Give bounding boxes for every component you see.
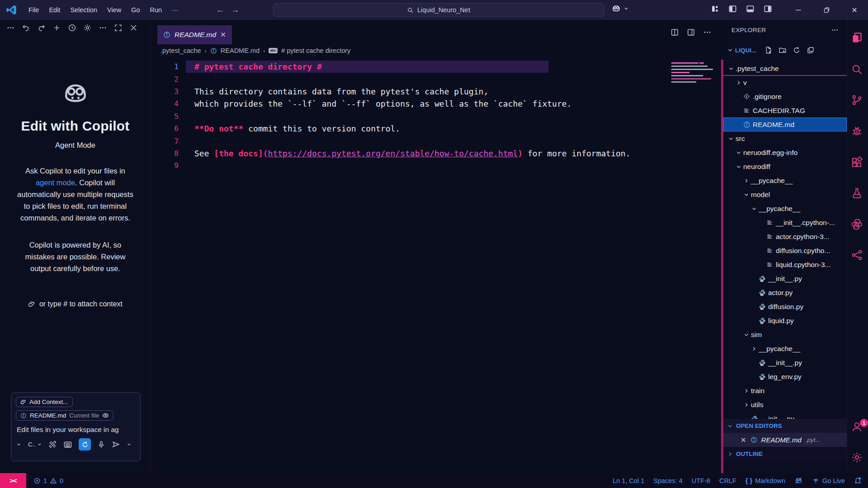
mcp-servers-icon[interactable] bbox=[63, 440, 72, 449]
code-area[interactable]: 1# pytest cache directory #23This direct… bbox=[151, 61, 723, 172]
minimap[interactable] bbox=[670, 61, 715, 93]
menu-[interactable]: ··· bbox=[167, 4, 184, 16]
more-actions-icon[interactable] bbox=[831, 26, 839, 34]
status-copilot-blocked[interactable] bbox=[794, 476, 803, 485]
menu-file[interactable]: File bbox=[24, 4, 44, 16]
tree-item-__init__.cpython-...[interactable]: __init__.cpython-... bbox=[723, 216, 847, 230]
workspace-section-header[interactable]: LIQUI... bbox=[727, 43, 843, 57]
command-center-search[interactable]: Liquid_Neuro_Net bbox=[273, 3, 604, 17]
more-actions-icon[interactable] bbox=[99, 23, 107, 32]
breadcrumb-symbol[interactable]: # pytest cache directory bbox=[281, 47, 350, 54]
tree-item-CACHEDIR.TAG[interactable]: CACHEDIR.TAG bbox=[723, 103, 847, 117]
more-actions-icon[interactable] bbox=[6, 23, 15, 32]
chevron-down-icon[interactable] bbox=[127, 442, 132, 447]
send-icon[interactable] bbox=[112, 440, 120, 449]
copilot-menu-button[interactable] bbox=[611, 4, 629, 14]
new-session-icon[interactable] bbox=[52, 23, 61, 32]
restore-button[interactable] bbox=[812, 0, 840, 20]
tree-item-__pycache__[interactable]: __pycache__ bbox=[723, 202, 847, 216]
add-context-button[interactable]: Add Context... bbox=[16, 397, 73, 407]
breadcrumb[interactable]: .pytest_cache › README.md › abc # pytest… bbox=[160, 47, 350, 54]
agent-mode-link[interactable]: agent mode bbox=[36, 178, 75, 187]
search-icon[interactable] bbox=[851, 63, 865, 77]
tab-readme[interactable]: README.md ✕ bbox=[157, 25, 232, 44]
code-line-6[interactable]: 6**Do not** commit this to version contr… bbox=[151, 122, 723, 135]
tree-item-leg_env.py[interactable]: leg_env.py bbox=[723, 370, 847, 384]
current-file-chip[interactable]: README.md Current file bbox=[16, 410, 113, 421]
tree-item-utils[interactable]: utils bbox=[723, 398, 847, 412]
maximize-panel-icon[interactable] bbox=[114, 23, 123, 32]
tree-item-__init__.py[interactable]: __init__.py bbox=[723, 272, 847, 286]
tools-icon[interactable] bbox=[48, 440, 57, 449]
tree-item-.pytest_cache[interactable]: .pytest_cache bbox=[723, 61, 847, 75]
chevron-down-icon[interactable] bbox=[16, 441, 22, 447]
customize-layout-icon[interactable] bbox=[711, 5, 719, 13]
tree-item-v[interactable]: v bbox=[723, 75, 847, 89]
minimize-button[interactable]: ─ bbox=[784, 0, 812, 20]
undo-icon[interactable] bbox=[22, 23, 30, 32]
tree-item-README.md[interactable]: README.md bbox=[723, 117, 847, 131]
remote-indicator[interactable]: >< bbox=[0, 473, 26, 488]
toggle-secondary-sidebar-icon[interactable] bbox=[764, 5, 772, 13]
status-spaces--4[interactable]: Spaces: 4 bbox=[653, 477, 683, 484]
tree-item-__init__.py[interactable]: __init__.py bbox=[723, 356, 847, 370]
tree-item-model[interactable]: model bbox=[723, 188, 847, 202]
open-preview-icon[interactable] bbox=[670, 28, 679, 37]
microphone-icon[interactable] bbox=[97, 441, 105, 449]
status-crlf[interactable]: CRLF bbox=[719, 477, 736, 484]
tree-item-src[interactable]: src bbox=[723, 131, 847, 145]
tree-item-sim[interactable]: sim bbox=[723, 328, 847, 342]
close-window-button[interactable]: ✕ bbox=[840, 0, 868, 20]
tree-item-liquid.py[interactable]: liquid.py bbox=[723, 314, 847, 328]
menu-run[interactable]: Run bbox=[145, 4, 167, 16]
menu-edit[interactable]: Edit bbox=[44, 4, 65, 16]
close-panel-icon[interactable] bbox=[129, 23, 138, 32]
tree-item-.gitignore[interactable]: .gitignore bbox=[723, 89, 847, 103]
testing-icon[interactable] bbox=[851, 187, 865, 201]
account-icon[interactable]: 1 bbox=[851, 421, 865, 435]
status-utf-8[interactable]: UTF-8 bbox=[692, 477, 710, 484]
tree-item-neurodiff[interactable]: neurodiff bbox=[723, 160, 847, 174]
tree-item-__pycache__[interactable]: __pycache__ bbox=[723, 342, 847, 356]
code-line-8[interactable]: 8See [the docs](https://docs.pytest.org/… bbox=[151, 147, 723, 160]
status-go-live[interactable]: Go Live bbox=[812, 477, 845, 484]
split-editor-icon[interactable] bbox=[687, 28, 695, 37]
code-line-1[interactable]: 1# pytest cache directory # bbox=[151, 61, 723, 73]
menu-go[interactable]: Go bbox=[126, 4, 145, 16]
refresh-icon[interactable] bbox=[793, 46, 801, 54]
breadcrumb-file[interactable]: README.md bbox=[221, 47, 259, 54]
code-line-5[interactable]: 5 bbox=[151, 110, 723, 122]
settings-icon[interactable] bbox=[851, 451, 865, 465]
open-editors-header[interactable]: OPEN EDITORS bbox=[723, 419, 847, 433]
tree-item-__pycache__[interactable]: __pycache__ bbox=[723, 174, 847, 188]
more-actions-icon[interactable] bbox=[703, 28, 712, 37]
settings-gear-icon[interactable] bbox=[83, 23, 92, 32]
files-icon[interactable] bbox=[851, 32, 865, 46]
code-line-7[interactable]: 7 bbox=[151, 135, 723, 147]
tree-item-neruodiff.egg-info[interactable]: neruodiff.egg-info bbox=[723, 145, 847, 160]
menu-selection[interactable]: Selection bbox=[65, 4, 102, 16]
tree-item-diffusion.py[interactable]: diffusion.py bbox=[723, 300, 847, 314]
chat-input-placeholder[interactable]: Edit files in your workspace in ag bbox=[17, 426, 136, 434]
code-line-2[interactable]: 2 bbox=[151, 73, 723, 85]
debug-icon[interactable] bbox=[851, 125, 865, 139]
problems-status[interactable]: 1 0 bbox=[33, 477, 63, 484]
open-editor-item[interactable]: ✕ README.md .pyt... bbox=[723, 433, 847, 447]
new-file-icon[interactable] bbox=[764, 46, 773, 54]
status-ln-1--col-1[interactable]: Ln 1, Col 1 bbox=[613, 477, 644, 484]
tab-close-icon[interactable]: ✕ bbox=[220, 31, 226, 39]
chat-input-box[interactable]: Add Context... README.md Current file Ed… bbox=[11, 392, 141, 461]
menu-view[interactable]: View bbox=[102, 4, 126, 16]
close-icon[interactable]: ✕ bbox=[741, 436, 746, 444]
python-icon[interactable] bbox=[851, 218, 865, 232]
toggle-panel-icon[interactable] bbox=[746, 5, 755, 13]
code-line-3[interactable]: 3This directory contains data from the p… bbox=[151, 85, 723, 98]
tree-item-diffusion.cpytho...[interactable]: diffusion.cpytho... bbox=[723, 244, 847, 258]
outline-header[interactable]: OUTLINE bbox=[723, 447, 847, 461]
source-control-icon[interactable] bbox=[851, 94, 865, 108]
eye-icon[interactable] bbox=[102, 412, 109, 419]
toggle-primary-sidebar-icon[interactable] bbox=[728, 5, 737, 13]
ports-icon[interactable] bbox=[851, 249, 865, 263]
breadcrumb-folder[interactable]: .pytest_cache bbox=[160, 47, 201, 54]
nav-forward-icon[interactable]: → bbox=[231, 5, 240, 15]
